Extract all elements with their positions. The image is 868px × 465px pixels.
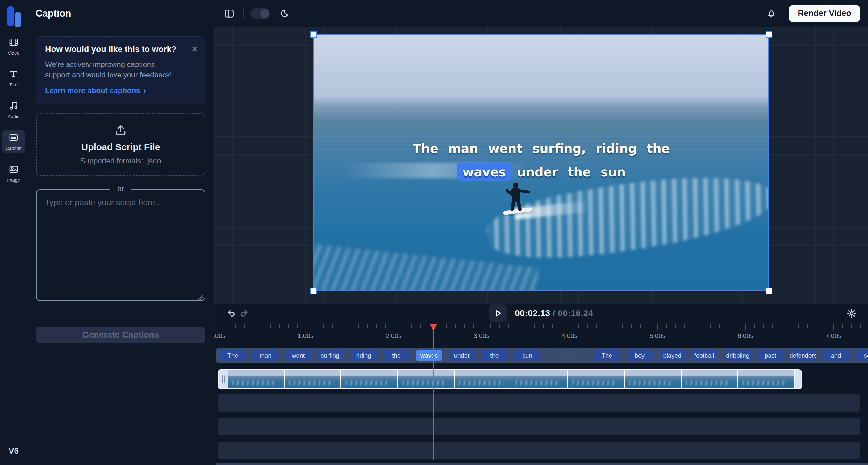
ruler-tick <box>306 324 306 330</box>
video-thumbnail <box>398 370 455 388</box>
script-input[interactable] <box>36 189 205 301</box>
active-caption-word: waves <box>457 163 512 181</box>
panel-header: Caption <box>28 0 214 27</box>
sidebar-item-text[interactable]: Text <box>2 66 25 90</box>
ruler-tick <box>253 324 253 328</box>
ruler-tick <box>438 324 438 328</box>
version-label: V6 <box>9 446 19 456</box>
learn-more-link[interactable]: Learn more about captions › <box>45 86 196 96</box>
ruler-tick <box>719 324 720 328</box>
ruler-tick <box>693 324 693 328</box>
ruler-tick <box>710 324 711 328</box>
word-chip[interactable]: played <box>659 350 685 361</box>
word-chip[interactable]: the <box>482 350 507 361</box>
surfer-figure <box>502 181 530 221</box>
sidebar-item-label: Caption <box>5 145 22 151</box>
upload-dropzone[interactable]: Upload Script File Supported formats: .j… <box>36 113 205 176</box>
sidebar-item-label: Text <box>9 82 18 87</box>
word-chip[interactable]: past <box>757 350 783 361</box>
caption-overlay[interactable]: The man went surfing, riding the waves u… <box>314 141 768 181</box>
ruler-tick <box>244 324 245 328</box>
render-video-button[interactable]: Render Video <box>789 5 860 22</box>
word-chip[interactable]: The <box>594 350 620 361</box>
text-icon <box>9 69 19 80</box>
icon-rail: Video Text Audio Caption Image V6 <box>0 0 28 465</box>
video-layer[interactable]: The man went surfing, riding the waves u… <box>313 34 769 291</box>
ruler-tick <box>235 324 236 328</box>
playhead-line[interactable] <box>433 326 434 460</box>
app-window: Video Text Audio Caption Image V6 <box>0 0 868 465</box>
undo-button[interactable] <box>223 306 238 320</box>
empty-track[interactable] <box>218 442 860 460</box>
ruler-tick <box>807 324 808 328</box>
word-chip[interactable]: football, <box>692 350 718 361</box>
page-title: Caption <box>35 8 71 19</box>
sidebar-item-caption[interactable]: Caption <box>2 130 25 153</box>
panel-layout-icon <box>224 9 235 18</box>
resize-handle-bottom-left[interactable] <box>310 288 317 295</box>
timeline-ruler[interactable]: 0.00s 1.00s 2.00s 3.00s 4.00s 5.00s 6.00… <box>214 324 868 342</box>
resize-handle-top-left[interactable] <box>310 31 317 38</box>
sidebar-item-image[interactable]: Image <box>2 161 25 185</box>
sidebar-item-label: Video <box>8 50 20 56</box>
redo-button[interactable] <box>238 306 252 320</box>
word-chip[interactable]: defenders <box>790 350 816 361</box>
info-card: How would you like this to work? We're a… <box>36 36 205 104</box>
toggle-knob <box>260 9 269 18</box>
ruler-tick <box>640 324 641 328</box>
horizontal-scrollbar[interactable] <box>216 463 868 465</box>
ruler-label: 6.00s <box>732 332 760 339</box>
empty-track[interactable] <box>218 418 860 435</box>
word-chip[interactable]: boy <box>627 350 653 361</box>
video-clip-track[interactable] <box>218 369 802 389</box>
caption-word-track[interactable]: Themanwentsurfing,ridingthewavesunderthe… <box>216 348 868 363</box>
toggle-sidebar-button[interactable] <box>222 6 237 21</box>
ruler-tick <box>534 324 535 328</box>
word-chip[interactable]: riding <box>351 350 377 361</box>
gear-icon <box>847 308 857 318</box>
info-card-body: We're actively improving captions suppor… <box>45 59 181 80</box>
image-icon <box>9 164 19 175</box>
word-chip[interactable]: dribbling <box>725 350 751 361</box>
word-chip[interactable]: the <box>383 350 409 361</box>
word-chip[interactable]: surfing, <box>318 350 344 361</box>
logo-shape-left <box>7 6 14 26</box>
app-logo[interactable] <box>0 0 27 28</box>
ruler-tick <box>517 324 517 328</box>
video-thumbnail <box>341 370 398 388</box>
editor-topbar: Render Video <box>214 0 868 27</box>
ruler-tick <box>728 324 728 328</box>
ruler-tick <box>297 324 298 328</box>
playhead-marker[interactable] <box>430 324 437 331</box>
ruler-label: 3.00s <box>468 332 495 339</box>
close-icon[interactable]: × <box>191 43 197 54</box>
resize-handle-bottom-right[interactable] <box>766 288 772 295</box>
word-chip[interactable]: The <box>220 350 246 361</box>
theme-toggle-switch[interactable] <box>251 8 270 19</box>
word-chip[interactable]: went <box>285 350 311 361</box>
generate-captions-button[interactable]: Generate Captions <box>36 327 205 343</box>
word-chip[interactable]: sco <box>856 350 868 361</box>
resize-handle-top-right[interactable] <box>766 31 772 38</box>
word-chip[interactable]: under <box>449 350 475 361</box>
sidebar-item-video[interactable]: Video <box>2 34 25 58</box>
ruler-tick <box>491 324 491 328</box>
clip-trim-handle-right[interactable] <box>795 370 801 388</box>
video-thumbnail <box>285 370 341 388</box>
word-chip[interactable]: and <box>823 350 849 361</box>
preview-canvas[interactable]: The man went surfing, riding the waves u… <box>214 27 868 304</box>
timeline-settings-button[interactable] <box>844 306 859 320</box>
word-chip[interactable]: man <box>252 350 278 361</box>
word-chip[interactable]: sun <box>514 350 540 361</box>
play-button[interactable] <box>489 304 507 322</box>
notifications-bell-button[interactable] <box>764 6 778 21</box>
empty-track[interactable] <box>218 394 860 412</box>
ruler-tick <box>332 324 333 328</box>
ruler-tick <box>737 324 738 328</box>
word-chip-active[interactable]: waves <box>416 350 442 361</box>
clip-trim-handle-left[interactable] <box>219 370 228 388</box>
rail-footer: V6 <box>0 438 28 465</box>
sidebar-item-audio[interactable]: Audio <box>2 98 25 122</box>
current-time: 00:02.13 <box>515 308 550 318</box>
ruler-label: 4.00s <box>556 332 583 339</box>
